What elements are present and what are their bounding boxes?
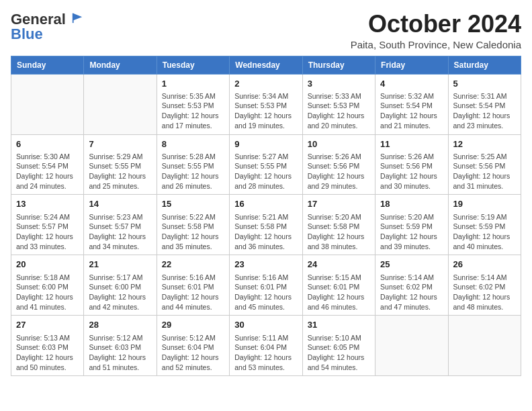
calendar-cell: 27Sunrise: 5:13 AM Sunset: 6:03 PM Dayli… (11, 316, 84, 376)
calendar-week-row: 6Sunrise: 5:30 AM Sunset: 5:54 PM Daylig… (11, 134, 521, 195)
calendar-cell: 25Sunrise: 5:14 AM Sunset: 6:02 PM Dayli… (375, 255, 448, 316)
calendar-cell: 8Sunrise: 5:28 AM Sunset: 5:55 PM Daylig… (157, 134, 229, 195)
day-number: 11 (380, 138, 443, 150)
day-info: Sunrise: 5:16 AM Sunset: 6:01 PM Dayligh… (234, 273, 297, 312)
svg-marker-0 (73, 13, 83, 23)
calendar-cell (11, 74, 84, 134)
weekday-header-saturday: Saturday (448, 56, 521, 74)
day-number: 20 (16, 259, 79, 271)
day-number: 17 (308, 198, 370, 210)
calendar-cell: 24Sunrise: 5:15 AM Sunset: 6:01 PM Dayli… (302, 255, 375, 316)
calendar-table: SundayMondayTuesdayWednesdayThursdayFrid… (11, 56, 521, 377)
day-number: 1 (162, 78, 224, 90)
day-info: Sunrise: 5:33 AM Sunset: 5:53 PM Dayligh… (308, 91, 370, 131)
day-info: Sunrise: 5:16 AM Sunset: 6:01 PM Dayligh… (162, 273, 224, 312)
day-number: 3 (308, 78, 370, 90)
day-info: Sunrise: 5:26 AM Sunset: 5:56 PM Dayligh… (380, 152, 443, 191)
calendar-cell: 11Sunrise: 5:26 AM Sunset: 5:56 PM Dayli… (375, 134, 448, 195)
day-number: 24 (308, 259, 370, 271)
calendar-cell (375, 316, 448, 376)
calendar-cell: 20Sunrise: 5:18 AM Sunset: 6:00 PM Dayli… (11, 255, 84, 316)
day-number: 25 (380, 259, 443, 271)
day-number: 23 (234, 259, 297, 271)
weekday-header-thursday: Thursday (302, 56, 375, 74)
calendar-cell: 31Sunrise: 5:10 AM Sunset: 6:05 PM Dayli… (302, 316, 375, 376)
calendar-cell: 9Sunrise: 5:27 AM Sunset: 5:55 PM Daylig… (230, 134, 302, 195)
day-info: Sunrise: 5:20 AM Sunset: 5:58 PM Dayligh… (308, 212, 370, 252)
calendar-cell (84, 74, 157, 134)
weekday-header-monday: Monday (84, 56, 157, 74)
day-number: 28 (89, 319, 151, 331)
month-title: October 2024 (351, 11, 521, 38)
day-info: Sunrise: 5:14 AM Sunset: 6:02 PM Dayligh… (453, 273, 516, 312)
day-number: 26 (453, 259, 516, 271)
day-number: 14 (89, 198, 151, 210)
day-info: Sunrise: 5:12 AM Sunset: 6:03 PM Dayligh… (89, 333, 151, 373)
day-info: Sunrise: 5:28 AM Sunset: 5:55 PM Dayligh… (162, 152, 224, 191)
calendar-week-row: 20Sunrise: 5:18 AM Sunset: 6:00 PM Dayli… (11, 255, 521, 316)
calendar-cell: 21Sunrise: 5:17 AM Sunset: 6:00 PM Dayli… (84, 255, 157, 316)
calendar-cell: 26Sunrise: 5:14 AM Sunset: 6:02 PM Dayli… (448, 255, 521, 316)
calendar-cell: 22Sunrise: 5:16 AM Sunset: 6:01 PM Dayli… (157, 255, 229, 316)
day-number: 13 (16, 198, 79, 210)
page-header: General Blue October 2024 Paita, South P… (11, 11, 521, 50)
day-info: Sunrise: 5:12 AM Sunset: 6:04 PM Dayligh… (162, 333, 224, 373)
calendar-cell: 19Sunrise: 5:19 AM Sunset: 5:59 PM Dayli… (448, 195, 521, 255)
day-info: Sunrise: 5:17 AM Sunset: 6:00 PM Dayligh… (89, 273, 151, 312)
day-info: Sunrise: 5:30 AM Sunset: 5:54 PM Dayligh… (16, 152, 79, 191)
calendar-week-row: 27Sunrise: 5:13 AM Sunset: 6:03 PM Dayli… (11, 316, 521, 376)
calendar-cell: 15Sunrise: 5:22 AM Sunset: 5:58 PM Dayli… (157, 195, 229, 255)
logo-flag-icon (71, 12, 83, 24)
day-info: Sunrise: 5:32 AM Sunset: 5:54 PM Dayligh… (380, 91, 443, 131)
weekday-header-tuesday: Tuesday (157, 56, 229, 74)
day-number: 27 (16, 319, 79, 331)
day-info: Sunrise: 5:13 AM Sunset: 6:03 PM Dayligh… (16, 333, 79, 373)
day-number: 5 (453, 78, 516, 90)
weekday-header-friday: Friday (375, 56, 448, 74)
day-info: Sunrise: 5:15 AM Sunset: 6:01 PM Dayligh… (308, 273, 370, 312)
logo-blue-text: Blue (11, 26, 43, 43)
calendar-cell: 7Sunrise: 5:29 AM Sunset: 5:55 PM Daylig… (84, 134, 157, 195)
day-info: Sunrise: 5:27 AM Sunset: 5:55 PM Dayligh… (234, 152, 297, 191)
day-info: Sunrise: 5:20 AM Sunset: 5:59 PM Dayligh… (380, 212, 443, 252)
day-number: 30 (234, 319, 297, 331)
calendar-cell: 2Sunrise: 5:34 AM Sunset: 5:53 PM Daylig… (230, 74, 302, 134)
weekday-header-wednesday: Wednesday (230, 56, 302, 74)
weekday-header-row: SundayMondayTuesdayWednesdayThursdayFrid… (11, 56, 521, 74)
calendar-cell: 12Sunrise: 5:25 AM Sunset: 5:56 PM Dayli… (448, 134, 521, 195)
logo: General Blue (11, 11, 83, 43)
day-number: 6 (16, 138, 79, 150)
calendar-cell: 10Sunrise: 5:26 AM Sunset: 5:56 PM Dayli… (302, 134, 375, 195)
day-number: 16 (234, 198, 297, 210)
calendar-cell: 28Sunrise: 5:12 AM Sunset: 6:03 PM Dayli… (84, 316, 157, 376)
calendar-week-row: 13Sunrise: 5:24 AM Sunset: 5:57 PM Dayli… (11, 195, 521, 255)
day-number: 9 (234, 138, 297, 150)
calendar-cell: 30Sunrise: 5:11 AM Sunset: 6:04 PM Dayli… (230, 316, 302, 376)
calendar-cell: 23Sunrise: 5:16 AM Sunset: 6:01 PM Dayli… (230, 255, 302, 316)
day-info: Sunrise: 5:35 AM Sunset: 5:53 PM Dayligh… (162, 91, 224, 131)
day-info: Sunrise: 5:14 AM Sunset: 6:02 PM Dayligh… (380, 273, 443, 312)
day-info: Sunrise: 5:22 AM Sunset: 5:58 PM Dayligh… (162, 212, 224, 252)
location-subtitle: Paita, South Province, New Caledonia (351, 39, 521, 50)
day-info: Sunrise: 5:19 AM Sunset: 5:59 PM Dayligh… (453, 212, 516, 252)
day-number: 15 (162, 198, 224, 210)
day-info: Sunrise: 5:11 AM Sunset: 6:04 PM Dayligh… (234, 333, 297, 373)
day-info: Sunrise: 5:21 AM Sunset: 5:58 PM Dayligh… (234, 212, 297, 252)
calendar-cell: 14Sunrise: 5:23 AM Sunset: 5:57 PM Dayli… (84, 195, 157, 255)
day-number: 2 (234, 78, 297, 90)
day-info: Sunrise: 5:34 AM Sunset: 5:53 PM Dayligh… (234, 91, 297, 131)
calendar-cell: 17Sunrise: 5:20 AM Sunset: 5:58 PM Dayli… (302, 195, 375, 255)
day-number: 10 (308, 138, 370, 150)
day-info: Sunrise: 5:23 AM Sunset: 5:57 PM Dayligh… (89, 212, 151, 252)
day-number: 7 (89, 138, 151, 150)
day-number: 8 (162, 138, 224, 150)
day-info: Sunrise: 5:25 AM Sunset: 5:56 PM Dayligh… (453, 152, 516, 191)
day-number: 31 (308, 319, 370, 331)
day-number: 4 (380, 78, 443, 90)
day-number: 29 (162, 319, 224, 331)
day-info: Sunrise: 5:29 AM Sunset: 5:55 PM Dayligh… (89, 152, 151, 191)
calendar-cell: 18Sunrise: 5:20 AM Sunset: 5:59 PM Dayli… (375, 195, 448, 255)
day-info: Sunrise: 5:31 AM Sunset: 5:54 PM Dayligh… (453, 91, 516, 131)
calendar-cell: 3Sunrise: 5:33 AM Sunset: 5:53 PM Daylig… (302, 74, 375, 134)
calendar-cell (448, 316, 521, 376)
